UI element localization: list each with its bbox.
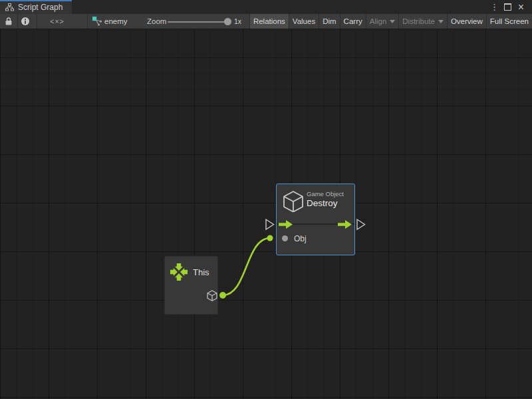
obj-input-port[interactable] (282, 235, 288, 241)
connections-overlay (0, 29, 532, 399)
info-icon (21, 17, 30, 26)
toolbar-separator (17, 14, 18, 29)
graph-name-label[interactable]: enemy (104, 14, 128, 29)
toolbar-separator (87, 14, 88, 29)
toolbar-buttons: Relations Values Dim Carry Align Distrib… (249, 14, 532, 29)
dim-button[interactable]: Dim (319, 14, 339, 29)
close-icon[interactable]: × (515, 0, 527, 14)
values-button[interactable]: Values (289, 14, 319, 29)
graph-canvas[interactable]: This Game Object Destroy Obj (0, 29, 532, 399)
connection-wire[interactable] (223, 238, 270, 295)
node-this[interactable]: This (164, 256, 218, 315)
code-button[interactable]: <×> (43, 14, 72, 29)
zoom-value: 1x (234, 14, 241, 29)
control-exit-triangle[interactable] (357, 219, 365, 229)
maximize-icon[interactable] (502, 0, 513, 14)
connection-start-dot[interactable] (219, 292, 226, 299)
chevron-down-icon (390, 20, 395, 23)
info-button[interactable] (21, 14, 30, 29)
toolbar-separator (37, 14, 37, 29)
node-title: Destroy (307, 198, 338, 208)
angle-brackets-icon: <×> (50, 17, 64, 25)
zoom-label: Zoom (147, 14, 166, 29)
full-screen-button[interactable]: Full Screen (486, 14, 532, 29)
graph-asset-icon (92, 16, 102, 27)
obj-port-label: Obj (294, 234, 307, 243)
toolbar: <×> enemy Zoom 1x Relations Values Dim C… (0, 14, 532, 29)
overview-button[interactable]: Overview (447, 14, 486, 29)
align-dropdown[interactable]: Align (366, 14, 399, 29)
lock-button[interactable] (5, 14, 13, 29)
node-destroy[interactable]: Game Object Destroy Obj (276, 184, 355, 255)
zoom-slider-handle[interactable] (224, 18, 231, 25)
connection-end-dot[interactable] (267, 235, 273, 241)
menu-icon[interactable]: ⋮ (489, 0, 500, 14)
node-title: This (193, 267, 209, 277)
control-input-port[interactable] (279, 220, 293, 229)
chevron-down-icon (438, 20, 444, 23)
relations-button[interactable]: Relations (249, 14, 289, 29)
tab-script-graph[interactable]: Script Graph (0, 0, 72, 14)
window-controls: ⋮ × (489, 0, 532, 14)
control-output-port[interactable] (338, 220, 352, 229)
tab-title: Script Graph (18, 3, 63, 12)
distribute-dropdown[interactable]: Distribute (398, 14, 447, 29)
lock-icon (5, 17, 13, 26)
cube-icon (283, 191, 303, 212)
active-tab-accent (0, 0, 72, 1)
zoom-slider-track[interactable] (168, 21, 231, 23)
carry-button[interactable]: Carry (340, 14, 366, 29)
tab-bar: Script Graph ⋮ × (0, 0, 532, 14)
cube-icon[interactable] (207, 290, 217, 302)
control-entry-triangle[interactable] (266, 219, 274, 229)
graph-breadcrumb[interactable] (92, 14, 102, 29)
node-category: Game Object (307, 190, 344, 198)
converge-arrows-icon (170, 263, 188, 281)
script-graph-icon (5, 3, 14, 11)
